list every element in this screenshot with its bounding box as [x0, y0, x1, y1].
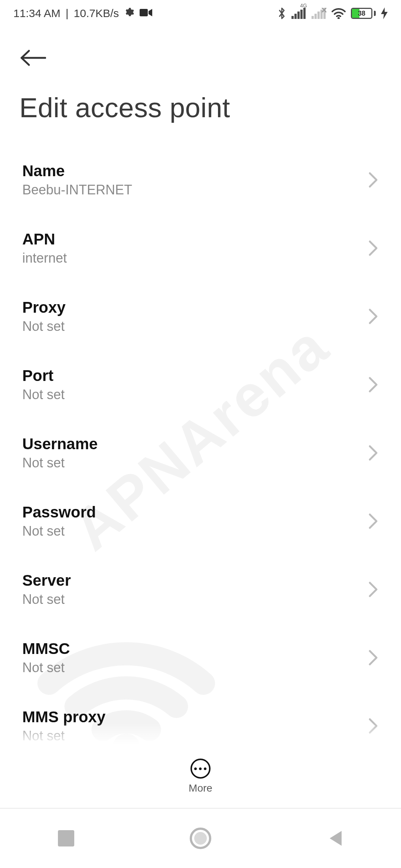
setting-row-name[interactable]: Name Beebu-INTERNET: [0, 146, 401, 214]
svg-rect-7: [312, 16, 314, 19]
signal-secondary: [312, 8, 326, 19]
setting-value: internet: [22, 250, 67, 266]
status-bar: 11:34 AM | 10.7KB/s 4G: [0, 0, 401, 27]
svg-rect-5: [300, 10, 303, 19]
page-header: Edit access point: [0, 27, 401, 124]
svg-rect-10: [320, 10, 323, 19]
setting-value: Not set: [22, 319, 66, 334]
setting-label: Server: [22, 572, 71, 589]
setting-label: APN: [22, 230, 67, 248]
svg-rect-3: [294, 14, 297, 19]
page-title: Edit access point: [19, 92, 382, 124]
svg-rect-9: [317, 11, 320, 19]
settings-list: Name Beebu-INTERNET APN internet Proxy N…: [0, 124, 401, 760]
chevron-right-icon: [368, 377, 378, 393]
more-label: More: [189, 782, 212, 794]
status-net-speed: 10.7KB/s: [74, 7, 119, 20]
signal-primary: 4G: [291, 8, 306, 19]
charging-icon: [381, 7, 388, 19]
svg-rect-1: [140, 9, 148, 16]
back-button[interactable]: [19, 43, 49, 73]
camera-icon: [140, 7, 152, 20]
setting-label: Name: [22, 162, 132, 180]
setting-value: Not set: [22, 387, 65, 402]
setting-value: Not set: [22, 455, 98, 471]
bottom-action-bar: More: [0, 745, 401, 808]
nav-recent-button[interactable]: [58, 830, 74, 846]
setting-label: Proxy: [22, 299, 66, 316]
setting-value: Not set: [22, 660, 70, 675]
chevron-right-icon: [368, 581, 378, 598]
svg-rect-8: [314, 14, 317, 19]
bluetooth-icon: [277, 7, 286, 20]
setting-row-username[interactable]: Username Not set: [0, 419, 401, 487]
setting-row-port[interactable]: Port Not set: [0, 351, 401, 419]
chevron-right-icon: [368, 445, 378, 461]
more-icon: [190, 759, 211, 779]
nav-home-button[interactable]: [190, 828, 211, 849]
setting-value: Beebu-INTERNET: [22, 182, 132, 198]
setting-value: Not set: [22, 523, 96, 539]
chevron-right-icon: [368, 650, 378, 666]
battery-indicator: 38: [351, 8, 376, 19]
chevron-right-icon: [368, 172, 378, 188]
setting-row-proxy[interactable]: Proxy Not set: [0, 282, 401, 351]
status-time: 11:34 AM: [13, 7, 61, 20]
setting-row-server[interactable]: Server Not set: [0, 555, 401, 624]
setting-row-mmsc[interactable]: MMSC Not set: [0, 624, 401, 692]
setting-label: Port: [22, 367, 65, 385]
status-separator: |: [66, 7, 69, 20]
setting-label: Password: [22, 503, 96, 521]
svg-rect-4: [297, 11, 300, 19]
svg-rect-2: [291, 16, 294, 19]
chevron-right-icon: [368, 513, 378, 529]
system-nav-bar: [0, 808, 401, 868]
setting-row-password[interactable]: Password Not set: [0, 487, 401, 555]
setting-row-apn[interactable]: APN internet: [0, 214, 401, 282]
nav-back-button[interactable]: [327, 829, 343, 847]
gear-icon: [124, 7, 134, 20]
svg-point-12: [338, 17, 340, 19]
wifi-icon: [332, 8, 346, 19]
setting-label: Username: [22, 435, 98, 453]
setting-label: MMSC: [22, 640, 70, 658]
chevron-right-icon: [368, 240, 378, 256]
more-button[interactable]: More: [189, 759, 212, 794]
setting-value: Not set: [22, 592, 71, 607]
chevron-right-icon: [368, 308, 378, 325]
svg-rect-6: [303, 8, 306, 19]
